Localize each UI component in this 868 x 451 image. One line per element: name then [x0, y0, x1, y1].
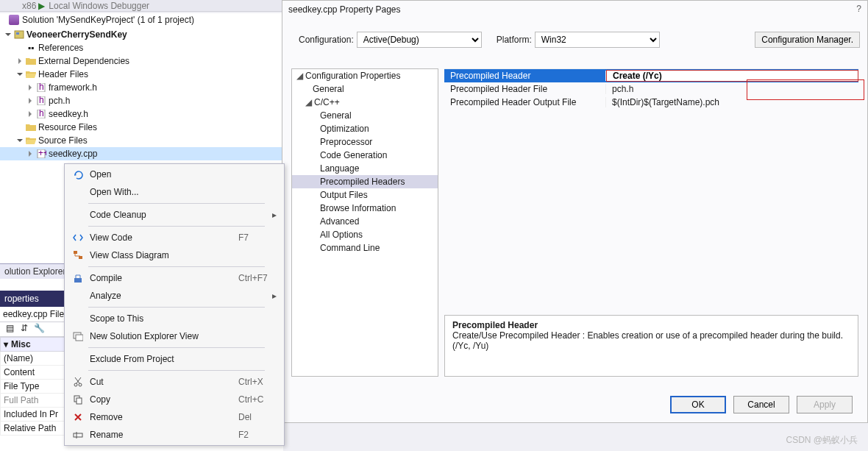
help-icon[interactable]: ?: [856, 4, 861, 14]
tree-item[interactable]: All Options: [292, 228, 438, 241]
tree-ccpp[interactable]: ◢C/C++: [292, 96, 438, 109]
chevron-down-icon[interactable]: [15, 138, 25, 143]
menu-new-solution-view[interactable]: New Solution Explorer View: [66, 327, 282, 345]
menu-cut[interactable]: CutCtrl+X: [66, 373, 282, 391]
tree-root[interactable]: ◢Configuration Properties: [292, 69, 438, 82]
categorize-icon[interactable]: ▤: [3, 322, 16, 335]
dialog-title-bar: seedkey.cpp Property Pages ?: [282, 1, 867, 18]
property-tree[interactable]: ◢Configuration Properties General ◢C/C++…: [291, 68, 438, 377]
solution-row[interactable]: Solution 'MySendKeyProject' (1 of 1 proj…: [0, 13, 283, 26]
platform-select[interactable]: Win32: [535, 32, 660, 48]
tree-item-precompiled-headers[interactable]: Precompiled Headers: [292, 175, 438, 188]
resource-files-label: Resource Files: [38, 122, 97, 132]
chevron-right-icon[interactable]: [15, 58, 25, 64]
header-files-row[interactable]: Header Files: [0, 68, 283, 81]
menu-separator: [88, 370, 265, 371]
svg-rect-11: [79, 256, 82, 259]
wrench-icon[interactable]: 🔧: [32, 322, 46, 335]
new-view-icon: [69, 331, 87, 341]
folder-icon: [25, 122, 37, 132]
solution-explorer-tab[interactable]: olution Explorer: [0, 263, 70, 279]
header-files-label: Header Files: [38, 69, 88, 79]
tree-item[interactable]: Language: [292, 162, 438, 175]
chevron-right-icon[interactable]: [25, 111, 35, 117]
grid-row[interactable]: Precompiled Header File pch.h: [444, 82, 858, 96]
grid-row[interactable]: Precompiled Header Output File $(IntDir)…: [444, 96, 858, 109]
file-seedkey-h[interactable]: h seedkey.h: [0, 107, 283, 121]
tree-item[interactable]: Advanced: [292, 215, 438, 228]
svg-point-16: [79, 383, 82, 386]
file-label: framework.h: [49, 82, 97, 93]
tree-item[interactable]: Preprocessor: [292, 135, 438, 149]
h-file-icon: h: [35, 82, 47, 93]
project-icon: [13, 29, 25, 40]
tree-item[interactable]: Command Line: [292, 241, 438, 255]
watermark: CSDN @蚂蚁小兵: [786, 434, 858, 447]
tree-item[interactable]: Browse Information: [292, 202, 438, 215]
config-select[interactable]: Active(Debug): [357, 32, 482, 48]
tree-item[interactable]: Code Generation: [292, 149, 438, 162]
context-menu[interactable]: Open Open With... Code Cleanup View Code…: [64, 163, 285, 446]
grid-value[interactable]: Create (/Yc): [606, 70, 858, 82]
grid-value[interactable]: pch.h: [606, 84, 858, 94]
grid-key: Precompiled Header Output File: [444, 97, 606, 107]
tree-item[interactable]: Output Files: [292, 188, 438, 202]
menu-analyze[interactable]: Analyze: [66, 287, 282, 305]
chevron-right-icon[interactable]: [25, 85, 35, 90]
chevron-right-icon[interactable]: [25, 98, 35, 104]
menu-compile[interactable]: CompileCtrl+F7: [66, 269, 282, 287]
file-seedkey-cpp[interactable]: ++ seedkey.cpp: [0, 147, 283, 160]
project-label: VeoneerCherrySendKey: [26, 29, 127, 40]
file-label: seedkey.h: [49, 109, 88, 119]
source-files-row[interactable]: Source Files: [0, 134, 283, 147]
svg-rect-12: [74, 278, 82, 283]
chevron-down-icon[interactable]: [3, 32, 13, 38]
svg-rect-19: [74, 433, 82, 437]
file-pch-h[interactable]: h pch.h: [0, 94, 283, 107]
tree-item[interactable]: General: [292, 109, 438, 122]
menu-copy[interactable]: CopyCtrl+C: [66, 391, 282, 408]
references-row[interactable]: ▪▪ References: [0, 41, 283, 54]
menu-rename[interactable]: RenameF2: [66, 426, 282, 444]
menu-view-code[interactable]: View CodeF7: [66, 229, 282, 246]
ok-button[interactable]: OK: [670, 396, 726, 413]
external-deps-row[interactable]: External Dependencies: [0, 54, 283, 68]
apply-button[interactable]: Apply: [797, 396, 853, 413]
cancel-button[interactable]: Cancel: [733, 396, 789, 413]
file-label: seedkey.cpp: [49, 149, 98, 159]
menu-exclude[interactable]: Exclude From Project: [66, 350, 282, 368]
svg-text:h: h: [39, 96, 44, 105]
grid-row-precompiled-header[interactable]: Precompiled Header Create (/Yc): [444, 69, 858, 82]
play-icon: ▶: [38, 1, 45, 11]
svg-point-15: [74, 383, 77, 386]
menu-open[interactable]: Open: [66, 166, 282, 183]
project-row[interactable]: VeoneerCherrySendKey: [0, 28, 283, 41]
debugger-label[interactable]: Local Windows Debugger: [49, 1, 149, 11]
tree-general[interactable]: General: [292, 82, 438, 96]
svg-text:h: h: [39, 110, 44, 118]
help-title: Precompiled Header: [452, 320, 850, 330]
menu-remove[interactable]: RemoveDel: [66, 408, 282, 426]
svg-rect-14: [76, 335, 83, 341]
svg-text:h: h: [39, 83, 44, 92]
property-pages-dialog[interactable]: seedkey.cpp Property Pages ? Configurati…: [282, 0, 868, 423]
file-framework-h[interactable]: h framework.h: [0, 81, 283, 94]
chevron-right-icon[interactable]: [25, 151, 35, 157]
folder-open-icon: [25, 69, 37, 79]
file-label: pch.h: [49, 96, 70, 106]
menu-open-with[interactable]: Open With...: [66, 183, 282, 201]
chevron-down-icon[interactable]: [15, 71, 25, 77]
menu-scope-to-this[interactable]: Scope to This: [66, 310, 282, 327]
menu-view-class-diagram[interactable]: View Class Diagram: [66, 246, 282, 264]
resource-files-row[interactable]: Resource Files: [0, 121, 283, 134]
rename-icon: [69, 430, 87, 440]
menu-separator: [88, 266, 265, 267]
references-label: References: [38, 43, 83, 53]
config-manager-button[interactable]: Configuration Manager.: [755, 32, 860, 48]
sort-icon[interactable]: ⇵: [18, 322, 31, 335]
grid-value[interactable]: $(IntDir)$(TargetName).pch: [606, 97, 858, 107]
property-grid[interactable]: Precompiled Header Create (/Yc) Precompi…: [444, 68, 858, 310]
tree-item[interactable]: Optimization: [292, 122, 438, 135]
build-icon: [69, 273, 87, 283]
menu-code-cleanup[interactable]: Code Cleanup: [66, 206, 282, 224]
